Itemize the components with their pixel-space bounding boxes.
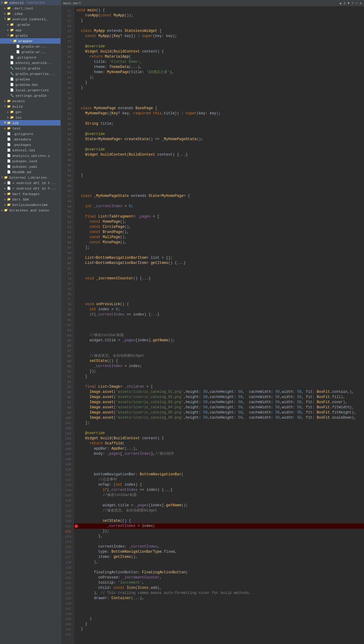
line-num: 38 <box>61 147 74 152</box>
sidebar-item-metadata[interactable]: ▶ 📄 .metadata <box>0 137 60 142</box>
sidebar-item-kotlin[interactable]: ▶ 📁 KotlinJavaRuntime <box>0 202 60 207</box>
line-num: 72 <box>61 271 74 276</box>
arrow-icon: ▶ <box>7 29 9 32</box>
code-line: ]; <box>74 420 364 426</box>
sidebar-item-readme[interactable]: ▶ 📄 README.md <box>0 169 60 175</box>
code-line: return Scaffold( <box>74 441 364 446</box>
sidebar-item-lib[interactable]: ▼ 📁 lib <box>0 120 60 126</box>
sidebar-item-label: .idea <box>12 12 23 16</box>
sidebar-item-local-properties[interactable]: ▶ 📄 local.properties <box>0 87 60 93</box>
code-line <box>74 163 364 168</box>
sidebar-item-a3hotel-lml[interactable]: ▶ 📄 a3hotel.lml <box>0 147 60 153</box>
code-line: _currentIndex = index; <box>74 364 364 369</box>
sidebar-item-gitignore1[interactable]: ▶ 📄 .gitignore <box>0 55 60 60</box>
line-num: 13 <box>61 18 74 23</box>
sidebar-item-label: settings.gradle <box>15 94 47 98</box>
sidebar-item-scratches[interactable]: ▶ 📁 Scratches and Conso <box>0 207 60 213</box>
sidebar-item-test[interactable]: ▶ 📁 test <box>0 126 60 131</box>
sidebar-item-gen[interactable]: ▶ 📁 gen <box>0 109 60 115</box>
line-num: 48 <box>61 199 74 204</box>
sidebar-item-build-gradle[interactable]: ▶ 🔧 build.gradle <box>0 66 60 71</box>
sidebar-item-dart-sdk[interactable]: ▶ 📁 Dart SDK <box>0 197 60 202</box>
folder-icon: 📁 <box>13 39 17 43</box>
sidebar-item-label: lib <box>12 121 19 125</box>
sidebar-item-pubspec-lock[interactable]: ▶ 📄 pubspec.lock <box>0 158 60 164</box>
line-num: 119 <box>61 513 74 518</box>
sidebar-item-android[interactable]: ▼ 📁 android [a3hotel_ <box>0 16 60 22</box>
code-line: } <box>74 374 364 379</box>
sidebar-item-gradlew[interactable]: ▶ 📄 gradlew <box>0 76 60 82</box>
sidebar-item-android32[interactable]: ▶ 📄 < Android API 32 F... <box>0 186 60 191</box>
sidebar-item-ios[interactable]: ▶ 📁 ios <box>0 115 60 120</box>
sidebar-item-analysis[interactable]: ▶ 📄 analysis_options.y <box>0 153 60 158</box>
line-num: 86 <box>61 343 74 348</box>
sidebar-item-settings-gradle[interactable]: ▶ 🔧 settings.gradle <box>0 93 60 98</box>
code-line <box>74 23 364 29</box>
line-num: 129 <box>61 565 74 570</box>
line-num: 92 <box>61 374 74 379</box>
sidebar-item-wrapper[interactable]: ▼ 📁 wrapper <box>0 38 60 44</box>
folder-icon: 📁 <box>7 121 11 125</box>
sidebar-item-gitignore2[interactable]: ▶ 📄 .gitignore <box>0 131 60 137</box>
sidebar-item-gradle-properties[interactable]: ▶ 🔧 gradle.propertie... <box>0 71 60 76</box>
line-num: 61 <box>61 266 74 271</box>
code-line: Image.asset('assets/icon/ic_catelog_01.p… <box>74 389 364 395</box>
line-num: 120 <box>61 518 74 524</box>
code-content[interactable]: void main() { runApp(const MyApp()); } c… <box>74 7 364 644</box>
line-num: 58 <box>61 250 74 255</box>
sidebar-item-gradlew-bat[interactable]: ▶ 📄 gradlew.bat <box>0 82 60 87</box>
sidebar-item-build[interactable]: ▼ 📁 build <box>0 104 60 109</box>
line-num: 32 <box>61 116 74 121</box>
line-num-breakpoint: 122 <box>61 529 74 534</box>
line-num: 79 <box>61 307 74 312</box>
sidebar-item-gradle-wr2[interactable]: ▶ 📄 gradle-wr... <box>0 49 60 55</box>
line-num: 47 <box>61 194 74 199</box>
sidebar-item-gradle1[interactable]: ▶ 📁 .gradle <box>0 22 60 27</box>
code-line: Image.asset('assets/icon/ic_catelog_06.p… <box>74 415 364 420</box>
sidebar-item-external-libs[interactable]: ▼ 📁 External Libraries <box>0 175 60 180</box>
sidebar-item-a3hotel-android[interactable]: ▶ 📄 a3hotel_android... <box>0 60 60 66</box>
sidebar-item-label: Dart Packages <box>12 192 39 196</box>
folder-icon: 📁 <box>7 12 11 16</box>
file-icon: 📄 <box>10 61 14 65</box>
line-num: 54 <box>61 230 74 235</box>
code-line <box>74 188 364 194</box>
code-line: onTap: (int index) { <box>74 482 364 487</box>
sidebar-item-label: .gitignore <box>15 56 36 59</box>
folder-icon: 📁 <box>10 33 14 38</box>
line-num: 15 <box>61 29 74 34</box>
code-line <box>74 348 364 353</box>
folder-icon: 📁 <box>7 126 11 130</box>
sidebar-item-pubspec-yaml[interactable]: ▶ 📄 pubspec.yaml <box>0 164 60 169</box>
line-num: 137 <box>61 606 74 611</box>
line-num: 94 <box>61 384 74 389</box>
sidebar-item-packages[interactable]: ▶ 📄 .packages <box>0 142 60 147</box>
code-line: return MaterialApp( <box>74 54 364 59</box>
sidebar-item-dart-packages[interactable]: ▶ 📁 Dart Packages <box>0 191 60 197</box>
sidebar-project-root[interactable]: ▼ 📁 a3hotel ~/workplace <box>0 0 60 5</box>
arrow-icon: ▼ <box>4 121 6 124</box>
sidebar-item-app[interactable]: ▶ 📁 app <box>0 27 60 33</box>
line-numbers: 11 12 13 14 15 16 17 18 19 20 21 22 23 2… <box>61 7 74 644</box>
arrow-icon: ▼ <box>1 1 3 4</box>
sidebar-item-gradle-wr1[interactable]: ▶ 📄 gradle-wr... <box>0 44 60 49</box>
sidebar-item-android29[interactable]: ▶ 📄 < Android API 29 F... <box>0 180 60 186</box>
code-line: final List<TabFragment> _pages = [ <box>74 214 364 219</box>
line-num: 49 <box>61 204 74 209</box>
sidebar-item-label: .dart_tool <box>12 6 33 10</box>
code-line: home: MyHomePage(title: 'A3酒店之家'), <box>74 70 364 75</box>
code-line: } <box>74 80 364 85</box>
editor: main.dart ▲ 2 ▼ 7 ✓ ∧ 11 12 13 14 15 16 … <box>61 0 364 644</box>
line-num: 135 <box>61 596 74 601</box>
line-num: 116 <box>61 498 74 503</box>
code-line: floatingActionButton: FloatingActionButt… <box>74 570 364 575</box>
code-line: @override <box>74 132 364 137</box>
sidebar-item-assets[interactable]: ▶ 📁 assets <box>0 98 60 104</box>
sidebar-item-idea[interactable]: ▶ 📁 .idea <box>0 11 60 16</box>
code-line <box>74 271 364 276</box>
sidebar-item-dart-tool[interactable]: ▶ 📁 .dart_tool <box>0 5 60 11</box>
code-line: void onPressLick() { <box>74 302 364 307</box>
file-icon: 📄 <box>7 132 11 136</box>
sidebar-item-gradle2[interactable]: ▼ 📁 gradle <box>0 33 60 38</box>
code-line: ); <box>74 75 364 80</box>
